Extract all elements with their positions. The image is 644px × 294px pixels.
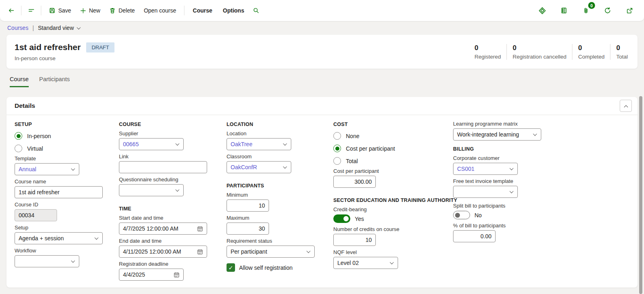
details-title: Details (15, 102, 35, 109)
section-header-cost: COST (333, 122, 453, 127)
learning-programme-matrix-field: Learning programme matrix Work-integrate… (453, 121, 629, 141)
view-selector[interactable]: Standard view (38, 25, 80, 31)
corporate-customer-dropdown[interactable]: CS001 (453, 163, 518, 175)
delete-button[interactable]: Delete (106, 5, 138, 16)
open-course-button[interactable]: Open course (140, 5, 180, 16)
attachments-button[interactable]: 0 (580, 5, 591, 16)
setup-dropdown[interactable]: Agenda + session (15, 232, 103, 244)
credits-input[interactable]: 10 (333, 234, 376, 246)
minimum-input[interactable]: 10 (227, 200, 269, 212)
back-button[interactable] (6, 5, 17, 16)
calendar-icon (197, 226, 203, 232)
stat-completed[interactable]: 0 Completed (572, 44, 610, 60)
link-input[interactable] (119, 161, 207, 173)
column-setup: SETUP In-person Virtual Template Annual … (15, 115, 119, 281)
radio-cost-total[interactable]: Total (333, 157, 453, 165)
workflow-dropdown[interactable] (15, 255, 79, 267)
attachments-badge: 0 (588, 2, 595, 9)
cost-per-participant-input[interactable]: 300.00 (333, 176, 376, 188)
vertical-scrollbar[interactable] (639, 96, 642, 294)
maximum-value: 30 (258, 225, 265, 232)
popout-button[interactable] (624, 5, 635, 16)
refresh-button[interactable] (602, 5, 613, 16)
registration-deadline-input[interactable]: 4/4/2025 (119, 269, 184, 281)
collapse-menu-button[interactable] (25, 5, 37, 16)
template-dropdown[interactable]: Annual (15, 163, 79, 175)
section-header-setup: SETUP (15, 122, 119, 127)
allow-self-registration-checkbox[interactable]: ✓ Allow self registration (227, 263, 333, 272)
minimum-value: 10 (258, 202, 265, 209)
page-title: 1st aid refresher (15, 42, 80, 52)
start-date-label: Start date and time (119, 215, 227, 221)
supplier-dropdown[interactable]: 00665 (119, 138, 184, 150)
credit-bearing-value: Yes (355, 216, 364, 222)
dynamics-button[interactable] (536, 5, 548, 16)
stat-value: 0 (513, 44, 566, 52)
chevron-down-icon (76, 25, 80, 29)
collapse-menu-icon (28, 7, 35, 14)
breadcrumb-courses-link[interactable]: Courses (7, 25, 28, 31)
percent-bill-label: % of bill to participants (453, 223, 629, 229)
save-button[interactable]: Save (45, 5, 75, 16)
split-bill-field: Split bill to participants No (453, 203, 629, 219)
new-button[interactable]: New (76, 5, 104, 16)
credit-bearing-toggle[interactable] (333, 214, 350, 223)
details-form: SETUP In-person Virtual Template Annual … (6, 115, 638, 281)
template-value: Annual (19, 166, 36, 172)
toolbar-search-button[interactable] (250, 5, 262, 16)
questionnaire-dropdown[interactable] (119, 184, 184, 196)
course-id-field: Course ID 00034 (15, 202, 119, 221)
credits-field: Number of credits on course 10 (333, 226, 453, 246)
page-subtitle: In-person course (15, 55, 114, 61)
course-name-input[interactable]: 1st aid refresher (15, 186, 103, 198)
section-header-participants: PARTICIPANTS (227, 183, 333, 189)
options-menu[interactable]: Options (218, 5, 249, 16)
end-date-input[interactable]: 4/11/2025 12:00:00 AM (119, 246, 207, 258)
save-icon (49, 7, 55, 14)
nqf-level-value: Level 02 (337, 260, 359, 266)
classroom-field: Classroom OakConfR (227, 153, 333, 173)
requirement-status-field: Requirement status Per participant (227, 238, 333, 258)
registration-deadline-label: Registration deadline (119, 261, 227, 267)
checkbox-label: Allow self registration (239, 265, 292, 271)
start-date-field: Start date and time 4/7/2025 12:00:00 AM (119, 215, 227, 235)
start-date-input[interactable]: 4/7/2025 12:00:00 AM (119, 223, 207, 235)
course-id-input: 00034 (15, 209, 57, 221)
radio-in-person[interactable]: In-person (15, 132, 119, 140)
course-id-label: Course ID (15, 202, 119, 208)
split-bill-toggle[interactable] (453, 211, 470, 219)
course-name-value: 1st aid refresher (19, 189, 59, 195)
stat-total[interactable]: 0 Total (610, 44, 633, 60)
collapse-details-button[interactable] (620, 100, 632, 112)
tab-participants[interactable]: Participants (39, 76, 70, 87)
radio-cost-per-participant[interactable]: Cost per participant (333, 145, 453, 152)
questionnaire-field: Questionnaire scheduling (119, 176, 227, 196)
trash-icon (109, 7, 116, 14)
radio-cost-none[interactable]: None (333, 132, 453, 140)
maximum-input[interactable]: 30 (227, 223, 269, 235)
chevron-up-icon (624, 105, 628, 109)
percent-bill-input[interactable]: 0.00 (453, 230, 496, 242)
classroom-value: OakConfR (231, 164, 257, 170)
nqf-level-dropdown[interactable]: Level 02 (333, 257, 398, 269)
header-card: 1st aid refresher DRAFT In-person course… (6, 35, 638, 69)
learning-programme-matrix-dropdown[interactable]: Work-integrated learning (453, 128, 541, 141)
percent-bill-field: % of bill to participants 0.00 (453, 223, 629, 242)
requirement-status-dropdown[interactable]: Per participant (227, 246, 315, 258)
requirement-status-label: Requirement status (227, 238, 333, 244)
status-badge: DRAFT (86, 42, 114, 52)
radio-label: Cost per participant (346, 145, 395, 152)
radio-virtual[interactable]: Virtual (15, 145, 119, 152)
book-button[interactable] (558, 5, 570, 16)
radio-label: None (346, 133, 359, 139)
classroom-dropdown[interactable]: OakConfR (227, 161, 291, 173)
course-menu[interactable]: Course (189, 5, 217, 16)
corporate-customer-value: CS001 (457, 166, 475, 172)
stat-registered[interactable]: 0 Registered (469, 44, 506, 60)
tab-course[interactable]: Course (10, 76, 29, 87)
stat-registration-cancelled[interactable]: 0 Registration cancelled (506, 44, 572, 60)
invoice-template-dropdown[interactable] (453, 186, 518, 198)
header-stats: 0 Registered 0 Registration cancelled 0 … (469, 44, 633, 60)
details-card: Details SETUP In-person Virtual Template… (6, 97, 638, 288)
location-dropdown[interactable]: OakTree (227, 138, 291, 150)
